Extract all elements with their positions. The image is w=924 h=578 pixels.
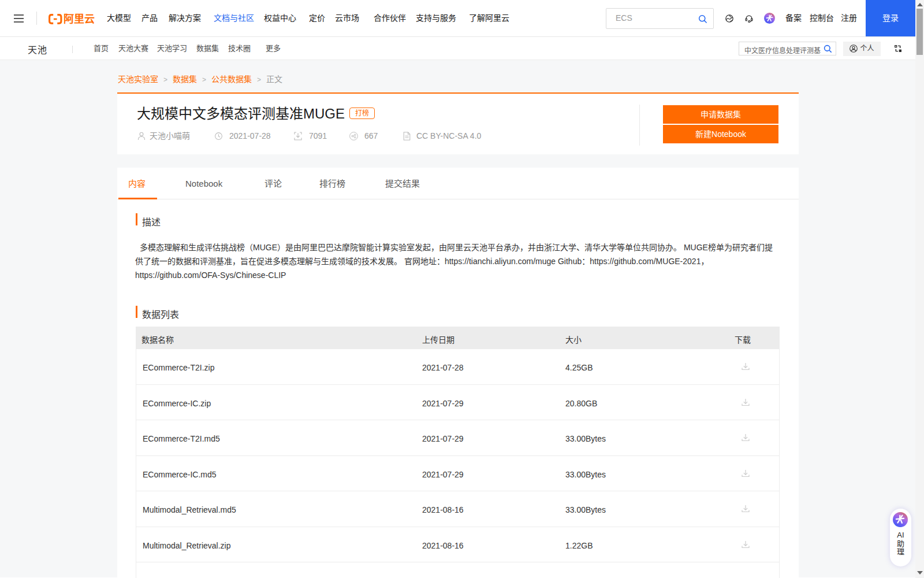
svg-text:阿里云: 阿里云 xyxy=(64,13,95,25)
